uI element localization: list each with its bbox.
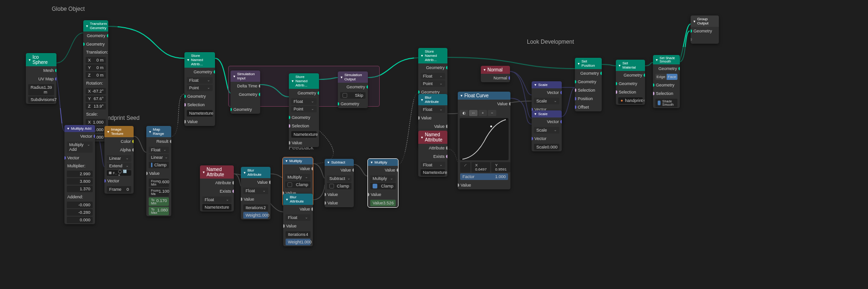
node-transform[interactable]: Transform Geometry Geometry Geometry Tra… — [83, 20, 108, 141]
node-set-position[interactable]: Set Position Geometry Geometry Selection… — [575, 58, 602, 111]
node-set-material[interactable]: Set Material Geometry Geometry Selection… — [616, 60, 645, 105]
header[interactable]: Ico Sphere — [26, 53, 56, 66]
svg-point-1 — [490, 125, 492, 127]
node-normal[interactable]: Normal Normal — [481, 66, 510, 82]
svg-point-2 — [506, 118, 508, 120]
frame-label: Look Development — [414, 39, 687, 45]
node-blur-1[interactable]: Blur Attribute Value Float Value Iterati… — [241, 167, 271, 219]
curve-editor[interactable] — [460, 118, 509, 160]
node-ico-sphere[interactable]: Ico Sphere Mesh UV Map Radius1.39 m Subd… — [26, 53, 56, 104]
svg-point-0 — [461, 158, 462, 160]
frame-label: Handprint Seed — [61, 115, 179, 121]
out-mesh[interactable]: Mesh — [26, 66, 56, 75]
node-shade-smooth[interactable]: Set Shade Smooth Geometry EdgeFace Geome… — [653, 55, 680, 108]
subdiv[interactable]: Subdivisions7 — [28, 96, 54, 103]
node-named-attr-1[interactable]: Named Attribute Attribute Exists Float N… — [200, 165, 234, 211]
node-store-named-attr-2[interactable]: Store Named Attrib... Geometry Float Poi… — [289, 73, 319, 147]
node-multiply-2[interactable]: Multiply Value Multiply Clamp Value Valu… — [368, 159, 398, 207]
node-map-range[interactable]: Map Range Result Float Linear Clamp Valu… — [146, 126, 171, 216]
node-image-texture[interactable]: Image Texture Color Alpha Linear Extend … — [104, 126, 134, 194]
node-float-curve[interactable]: Float Curve Value ◐↔+− ⟋X 0.6497Y 0.9591… — [458, 92, 510, 189]
node-scale-2[interactable]: Scale Vector Scale Vector Scale0.000 — [532, 110, 562, 151]
node-sim-output[interactable]: Simulation Output Geometry Skip Geometry — [338, 71, 368, 108]
node-sim-input[interactable]: Simulation Input Delta Time Geometry Geo… — [231, 70, 260, 114]
node-group-output[interactable]: Group Output Geometry — [691, 16, 719, 44]
node-multiply-add[interactable]: Multiply Add Vector Multiply Add Vector … — [64, 125, 95, 224]
header[interactable]: Transform Geometry — [83, 20, 108, 31]
node-store-named-attr-1[interactable]: Store Named Attrib... Geometry Float Poi… — [184, 52, 215, 126]
node-subtract[interactable]: Subtract Value Subtract Clamp Value Valu… — [325, 159, 354, 207]
radius[interactable]: Radius1.39 m — [28, 84, 54, 95]
out-uvmap[interactable]: UV Map — [26, 75, 56, 83]
node-blur-2[interactable]: Blur Attribute Value Float Value Iterati… — [283, 194, 313, 246]
frame-label: Globe Object — [19, 6, 118, 12]
header[interactable]: Store Named Attrib... — [184, 52, 215, 68]
node-named-attr-2[interactable]: Named Attribute Attribute Exists Float N… — [418, 131, 447, 177]
